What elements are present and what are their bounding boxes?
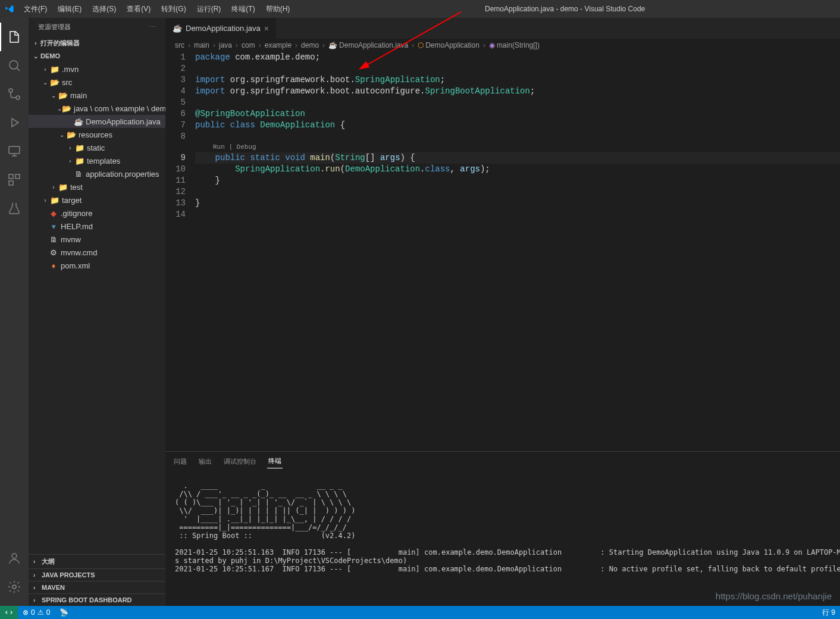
tree-demoapp[interactable]: ☕DemoApplication.java: [29, 115, 165, 128]
close-icon[interactable]: ×: [264, 24, 269, 33]
sidebar-sections: ›大纲 ›JAVA PROJECTS ›MAVEN ›SPRING BOOT D…: [29, 554, 165, 606]
menu-go[interactable]: 转到(G): [156, 2, 190, 17]
menu-terminal[interactable]: 终端(T): [227, 2, 259, 17]
activity-remote[interactable]: [0, 137, 29, 165]
crumb-src[interactable]: src: [175, 41, 184, 49]
activity-explorer[interactable]: [0, 23, 29, 51]
editor-area: ☕ DemoApplication.java × src› main› java…: [165, 18, 840, 606]
menu-view[interactable]: 查看(V): [122, 2, 155, 17]
activity-account[interactable]: [0, 544, 29, 573]
svg-rect-3: [9, 146, 20, 154]
activity-test[interactable]: [0, 194, 29, 223]
codelens-run-debug[interactable]: Run | Debug: [195, 142, 840, 152]
svg-point-1: [9, 89, 12, 92]
activity-extensions[interactable]: [0, 165, 29, 194]
menu-edit[interactable]: 编辑(E): [53, 2, 86, 17]
svg-point-0: [10, 61, 18, 69]
java-file-icon: ☕: [74, 117, 83, 126]
tree-resources[interactable]: ⌄📂resources: [29, 128, 165, 141]
crumb-main[interactable]: main: [194, 41, 209, 49]
folder-icon: 📁: [75, 143, 84, 152]
folder-icon: 📁: [58, 182, 68, 192]
section-maven[interactable]: ›MAVEN: [29, 581, 165, 593]
folder-icon: 📁: [75, 156, 84, 165]
tree-appprops[interactable]: 🗎application.properties: [29, 167, 165, 180]
activity-settings[interactable]: [0, 573, 29, 601]
status-line[interactable]: 行 9: [817, 608, 840, 618]
broadcast-icon: 📡: [59, 608, 68, 617]
java-file-icon: ☕: [173, 24, 182, 33]
markdown-icon: ▾: [49, 221, 58, 231]
svg-point-7: [12, 554, 17, 558]
terminal-content[interactable]: . ____ _ __ _ _ /\\ / ___'_ __ _ _(_)_ _…: [165, 471, 840, 606]
folder-icon: 📂: [67, 130, 76, 139]
menu-select[interactable]: 选择(S): [87, 2, 121, 17]
tree-pomxml[interactable]: ♦pom.xml: [29, 259, 165, 272]
vscode-logo-icon: [5, 4, 14, 14]
menu-help[interactable]: 帮助(H): [261, 2, 295, 17]
crumb-com[interactable]: com: [242, 41, 255, 49]
section-java-projects[interactable]: ›JAVA PROJECTS: [29, 568, 165, 581]
code-editor[interactable]: 1234567891011121314 package com.example.…: [165, 52, 840, 451]
tab-demoapp[interactable]: ☕ DemoApplication.java ×: [165, 18, 277, 39]
tree-static[interactable]: ›📁static: [29, 141, 165, 154]
crumb-demo[interactable]: demo: [301, 41, 319, 49]
tree-src[interactable]: ⌄📂src: [29, 76, 165, 89]
activity-search[interactable]: [0, 51, 29, 80]
code-content[interactable]: package com.example.demo;import org.spri…: [195, 52, 840, 451]
svg-rect-6: [9, 181, 13, 185]
panel-tab-terminal[interactable]: 终端: [267, 454, 283, 468]
file-icon: 🗎: [74, 169, 83, 179]
svg-point-2: [16, 96, 20, 99]
crumb-example[interactable]: example: [265, 41, 292, 49]
section-outline[interactable]: ›大纲: [29, 554, 165, 568]
git-icon: ◆: [49, 208, 58, 218]
sidebar-header: 资源管理器 ⋯: [29, 18, 165, 36]
open-editors-section[interactable]: ›打开的编辑器: [29, 36, 165, 49]
folder-icon: 📂: [50, 77, 59, 87]
activity-debug[interactable]: [0, 108, 29, 137]
folder-icon: 📁: [50, 195, 59, 205]
breadcrumbs[interactable]: src› main› java› com› example› demo› ☕ D…: [165, 39, 840, 52]
tree-mvnw[interactable]: 🗎mvnw: [29, 233, 165, 246]
tree-gitignore[interactable]: ◆.gitignore: [29, 207, 165, 220]
project-root[interactable]: ⌄DEMO: [29, 49, 165, 62]
panel-tab-debugconsole[interactable]: 调试控制台: [222, 455, 258, 468]
explorer-tree: ›打开的编辑器 ⌄DEMO ›📁.mvn ⌄📂src ⌄📂main ⌄📂java…: [29, 36, 165, 554]
maven-icon: ♦: [49, 261, 58, 270]
tree-test[interactable]: ›📁test: [29, 180, 165, 193]
crumb-file[interactable]: ☕ DemoApplication.java: [328, 41, 408, 49]
svg-point-8: [12, 585, 16, 589]
sidebar-title: 资源管理器: [38, 23, 71, 32]
tree-templates[interactable]: ›📁templates: [29, 154, 165, 167]
status-remote[interactable]: [0, 606, 18, 619]
tree-mvnwcmd[interactable]: ⚙mvnw.cmd: [29, 246, 165, 259]
crumb-method[interactable]: ◉ main(String[]): [489, 41, 540, 49]
error-icon: ⊗: [23, 608, 29, 617]
status-errors[interactable]: ⊗0 ⚠0: [18, 606, 55, 619]
sidebar-more-icon[interactable]: ⋯: [149, 23, 156, 31]
status-broadcast[interactable]: 📡: [55, 606, 73, 619]
activity-bar: [0, 18, 29, 606]
menu-file[interactable]: 文件(F): [19, 2, 52, 17]
tree-mvn[interactable]: ›📁.mvn: [29, 62, 165, 76]
tree-helpmd[interactable]: ▾HELP.md: [29, 220, 165, 233]
tree-target[interactable]: ›📁target: [29, 193, 165, 207]
panel-tab-output[interactable]: 输出: [198, 455, 213, 468]
folder-icon: 📂: [62, 104, 71, 113]
activity-scm[interactable]: [0, 80, 29, 108]
tree-main[interactable]: ⌄📂main: [29, 89, 165, 102]
tab-label: DemoApplication.java: [186, 24, 261, 33]
tree-javapath[interactable]: ⌄📂java \ com \ example \ demo: [29, 102, 165, 115]
crumb-class[interactable]: ⬡ DemoApplication: [418, 41, 479, 49]
warning-icon: ⚠: [37, 608, 44, 617]
section-springboot[interactable]: ›SPRING BOOT DASHBOARD: [29, 593, 165, 606]
svg-rect-4: [9, 174, 13, 179]
panel-tab-problems[interactable]: 问题: [173, 455, 188, 468]
svg-rect-5: [15, 174, 20, 179]
crumb-java[interactable]: java: [219, 41, 232, 49]
menu-run[interactable]: 运行(R): [192, 2, 226, 17]
sidebar: 资源管理器 ⋯ ›打开的编辑器 ⌄DEMO ›📁.mvn ⌄📂src ⌄📂mai…: [29, 18, 165, 606]
file-icon: 🗎: [49, 235, 58, 244]
window-title: DemoApplication.java - demo - Visual Stu…: [294, 5, 835, 13]
